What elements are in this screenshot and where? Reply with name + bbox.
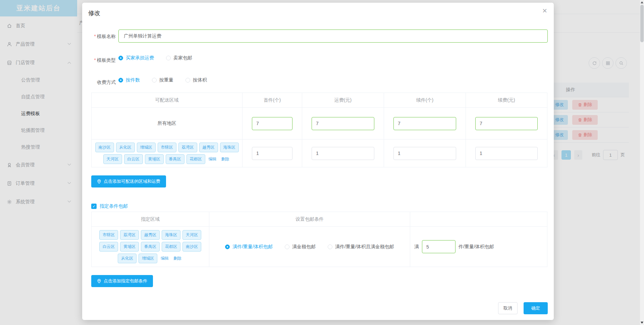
template-name-input[interactable]: [118, 30, 548, 43]
add-region-label: 点击添加可配送的区域和运费: [104, 178, 160, 184]
checkbox-checked-icon: ✓: [91, 204, 97, 209]
template-type-label: *模板类型: [82, 57, 116, 63]
free-ship-region-tags: 市辖区 荔湾区 越秀区 海珠区 天河区 白云区 黄埔区 番禺区 花都区 南沙区: [92, 227, 209, 266]
region-tag: 增城区: [139, 254, 157, 263]
scroll-down-arrow-icon[interactable]: [641, 322, 643, 324]
next-piece-input[interactable]: [393, 147, 456, 160]
region-tag: 荔湾区: [120, 230, 139, 240]
region-tag: 市辖区: [158, 143, 176, 152]
region-tag: 黄埔区: [145, 154, 164, 164]
column-header: 首件(个): [243, 93, 302, 108]
required-star: *: [94, 34, 96, 39]
checkbox-label: 指定条件包邮: [100, 203, 128, 209]
edit-template-dialog: 修改 × *模板名称 *模板类型 买家承担运费 卖家包邮 收费方式 按件数 按重…: [82, 3, 554, 320]
radio-icon: [152, 78, 157, 83]
first-piece-input[interactable]: [252, 147, 292, 160]
region-tag: 花都区: [186, 154, 205, 164]
edit-regions-link[interactable]: 编辑: [161, 256, 169, 261]
location-pin-icon: [97, 279, 101, 283]
region-tag: 增城区: [137, 143, 156, 152]
region-tag: 越秀区: [141, 230, 160, 240]
region-tag: 从化区: [116, 143, 135, 152]
radio-icon: [166, 56, 171, 60]
radio-by-piece[interactable]: 按件数: [118, 77, 140, 83]
next-fee-input[interactable]: [475, 117, 538, 130]
region-tag: 荔湾区: [178, 143, 197, 152]
template-type-radio-group: 买家承担运费 卖家包邮: [118, 55, 204, 61]
confirm-button[interactable]: 确定: [524, 302, 548, 314]
next-fee-input[interactable]: [475, 147, 538, 160]
add-condition-label: 点击添加指定包邮条件: [104, 278, 147, 284]
region-tag: 白云区: [124, 154, 143, 164]
free-ship-condition-radio-group: 满件/重量/体积包邮 满金额包邮 满件/重量/体积且满金额包邮: [209, 244, 410, 250]
template-name-label: *模板名称: [82, 34, 116, 40]
required-star: *: [94, 57, 96, 63]
free-shipping-row: 市辖区 荔湾区 越秀区 海珠区 天河区 白云区 黄埔区 番禺区 花都区 南沙区: [92, 227, 547, 267]
radio-icon: [328, 245, 332, 249]
radio-label: 满件/重量/体积且满金额包邮: [335, 244, 394, 250]
radio-by-quantity-free[interactable]: 满件/重量/体积包邮: [225, 244, 273, 250]
region-cell: 所有地区: [92, 108, 243, 140]
radio-label: 卖家包邮: [173, 55, 192, 61]
region-tag: 黄埔区: [120, 242, 139, 252]
region-tag: 番禺区: [141, 242, 160, 252]
radio-selected-icon: [225, 245, 230, 249]
radio-by-amount-free[interactable]: 满金额包邮: [285, 244, 316, 250]
add-free-shipping-condition-button[interactable]: 点击添加指定包邮条件: [91, 275, 153, 287]
radio-label: 按体积: [193, 77, 207, 83]
column-header: 设置包邮条件: [209, 212, 410, 227]
radio-label: 买家承担运费: [126, 55, 154, 61]
region-tag: 从化区: [118, 254, 137, 263]
radio-buyer-pays[interactable]: 买家承担运费: [118, 55, 154, 61]
edit-regions-link[interactable]: 编辑: [209, 156, 217, 162]
first-piece-input[interactable]: [252, 117, 292, 130]
region-tag: 越秀区: [199, 143, 218, 152]
column-header: 续件(个): [384, 93, 466, 108]
location-pin-icon: [97, 179, 101, 184]
radio-icon: [185, 78, 190, 83]
cancel-button[interactable]: 取消: [498, 302, 518, 314]
scrollbar-thumb[interactable]: [640, 5, 644, 42]
conditional-free-shipping-checkbox[interactable]: ✓ 指定条件包邮: [91, 203, 128, 209]
radio-label: 满件/重量/体积包邮: [232, 244, 273, 250]
radio-by-volume[interactable]: 按体积: [185, 77, 207, 83]
radio-label: 满金额包邮: [292, 244, 316, 250]
table-row-all-regions: 所有地区: [92, 108, 547, 140]
radio-selected-icon: [118, 78, 123, 83]
next-piece-input[interactable]: [393, 117, 456, 130]
add-region-button[interactable]: 点击添加可配送的区域和运费: [91, 175, 166, 187]
column-header: 续费(元): [466, 93, 547, 108]
threshold-prefix: 满: [414, 244, 419, 250]
free-shipping-table: 指定区域 设置包邮条件 市辖区 荔湾区 越秀区 海珠区 天河区 白云区 黄埔区: [91, 212, 547, 267]
region-tag: 番禺区: [166, 154, 184, 164]
threshold-input[interactable]: [422, 240, 455, 253]
radio-icon: [285, 245, 289, 249]
threshold-suffix: 件/重量/体积包邮: [459, 244, 494, 250]
charge-method-label: 收费方式: [82, 79, 116, 86]
radio-by-weight[interactable]: 按重量: [152, 77, 173, 83]
region-tag: 海珠区: [162, 230, 180, 240]
region-tags: 南沙区 从化区 增城区 市辖区 荔湾区 越秀区 海珠区 天河区 白云区 黄埔区 …: [92, 140, 242, 167]
fee-input[interactable]: [312, 147, 374, 160]
dialog-title: 修改: [88, 9, 100, 17]
region-tag: 天河区: [182, 230, 201, 240]
region-tag: 南沙区: [95, 143, 114, 152]
radio-label: 按重量: [159, 77, 173, 83]
charge-method-radio-group: 按件数 按重量 按体积: [118, 77, 219, 83]
column-header: 可配送区域: [92, 93, 243, 108]
column-header: 指定区域: [92, 212, 209, 227]
region-tag: 白云区: [99, 242, 118, 252]
region-tag: 海珠区: [220, 143, 239, 152]
fee-input[interactable]: [312, 117, 374, 130]
region-tag: 市辖区: [99, 230, 118, 240]
delete-regions-link[interactable]: 删除: [173, 256, 181, 261]
close-icon[interactable]: ×: [542, 7, 547, 15]
radio-seller-free-shipping[interactable]: 卖家包邮: [166, 55, 192, 61]
delete-regions-link[interactable]: 删除: [221, 156, 229, 162]
scroll-up-arrow-icon[interactable]: [641, 1, 643, 3]
radio-by-quantity-and-amount-free[interactable]: 满件/重量/体积且满金额包邮: [328, 244, 394, 250]
region-tag: 天河区: [103, 154, 122, 164]
column-header: [410, 212, 547, 227]
vertical-scrollbar[interactable]: [640, 0, 644, 325]
radio-label: 按件数: [126, 77, 140, 83]
